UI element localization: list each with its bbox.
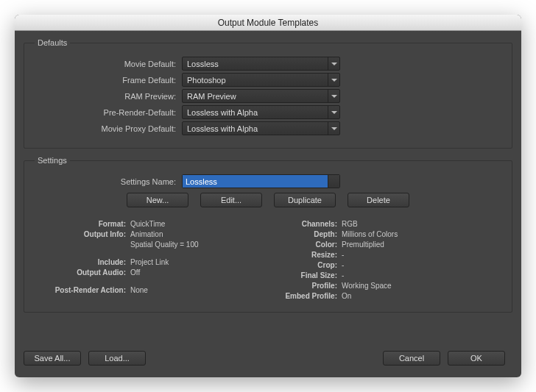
channels-value: RGB: [342, 219, 358, 229]
final-size-label: Final Size:: [275, 271, 342, 281]
profile-value: Working Space: [342, 281, 392, 291]
prerender-default-value: Lossless with Alpha: [187, 108, 328, 117]
format-label: Format:: [49, 219, 130, 229]
frame-default-dropdown[interactable]: Photoshop: [182, 73, 340, 87]
dialog-footer: Save All... Load... Cancel OK: [24, 348, 512, 370]
proxy-default-value: Lossless with Alpha: [187, 124, 328, 133]
prerender-default-label: Pre-Render-Default:: [35, 108, 182, 117]
include-label: Include:: [49, 257, 130, 268]
movie-default-value: Lossless: [187, 60, 328, 68]
chevron-down-icon: [328, 74, 339, 86]
spatial-label: [49, 240, 130, 250]
prerender-default-row: Pre-Render-Default: Lossless with Alpha: [35, 105, 501, 119]
load-button[interactable]: Load...: [88, 351, 146, 366]
movie-default-label: Movie Default:: [35, 60, 182, 68]
depth-label: Depth:: [275, 229, 342, 240]
ram-preview-row: RAM Preview: RAM Preview: [35, 89, 501, 103]
delete-button[interactable]: Delete: [348, 193, 409, 207]
chevron-down-icon: [328, 175, 339, 188]
channels-label: Channels:: [275, 219, 342, 229]
chevron-down-icon: [328, 57, 339, 70]
proxy-default-row: Movie Proxy Default: Lossless with Alpha: [35, 121, 501, 135]
embed-label: Embed Profile:: [275, 291, 342, 302]
audio-label: Output Audio:: [49, 268, 130, 278]
settings-name-value: Lossless: [183, 175, 328, 188]
window-title: Output Module Templates: [218, 18, 319, 28]
details-right-column: Channels:RGB Depth:Millions of Colors Co…: [275, 219, 487, 302]
settings-legend: Settings: [35, 156, 70, 165]
ram-preview-dropdown[interactable]: RAM Preview: [182, 89, 340, 103]
ram-preview-label: RAM Preview:: [35, 92, 182, 101]
new-button[interactable]: New...: [127, 193, 188, 207]
frame-default-row: Frame Default: Photoshop: [35, 73, 501, 87]
output-info-value: Animation: [130, 229, 163, 240]
proxy-default-label: Movie Proxy Default:: [35, 124, 182, 133]
dialog-window: Output Module Templates Defaults Movie D…: [15, 15, 521, 377]
color-value: Premultiplied: [342, 240, 384, 250]
format-value: QuickTime: [130, 219, 165, 229]
settings-name-label: Settings Name:: [35, 177, 182, 186]
chevron-down-icon: [328, 90, 339, 102]
edit-button[interactable]: Edit...: [200, 193, 262, 207]
details-left-column: Format:QuickTime Output Info:Animation S…: [49, 219, 261, 302]
save-all-button[interactable]: Save All...: [24, 351, 81, 366]
chevron-down-icon: [328, 106, 339, 118]
crop-label: Crop:: [275, 260, 342, 271]
frame-default-label: Frame Default:: [35, 76, 182, 85]
movie-default-dropdown[interactable]: Lossless: [182, 57, 340, 71]
defaults-group: Defaults Movie Default: Lossless Frame D…: [24, 38, 512, 149]
settings-details: Format:QuickTime Output Info:Animation S…: [35, 216, 501, 302]
dialog-content: Defaults Movie Default: Lossless Frame D…: [15, 31, 521, 377]
chevron-down-icon: [328, 122, 339, 135]
depth-value: Millions of Colors: [342, 229, 398, 240]
embed-value: On: [342, 291, 351, 302]
ok-button[interactable]: OK: [448, 351, 505, 366]
post-render-value: None: [130, 285, 148, 296]
resize-label: Resize:: [275, 250, 342, 260]
resize-value: -: [342, 250, 344, 260]
proxy-default-dropdown[interactable]: Lossless with Alpha: [182, 121, 340, 135]
duplicate-button[interactable]: Duplicate: [274, 193, 336, 207]
movie-default-row: Movie Default: Lossless: [35, 57, 501, 71]
settings-group: Settings Settings Name: Lossless New... …: [24, 156, 512, 313]
footer-spacer: [153, 351, 383, 366]
titlebar: Output Module Templates: [15, 15, 521, 31]
crop-value: -: [342, 260, 344, 271]
settings-name-input[interactable]: Lossless: [182, 174, 340, 188]
spatial-value: Spatial Quality = 100: [130, 240, 199, 250]
prerender-default-dropdown[interactable]: Lossless with Alpha: [182, 105, 340, 119]
include-value: Project Link: [130, 257, 169, 268]
final-size-value: -: [342, 271, 344, 281]
cancel-button[interactable]: Cancel: [383, 351, 440, 366]
color-label: Color:: [275, 240, 342, 250]
post-render-label: Post-Render Action:: [49, 285, 130, 296]
frame-default-value: Photoshop: [187, 76, 328, 85]
settings-name-row: Settings Name: Lossless: [35, 174, 501, 188]
audio-value: Off: [130, 268, 140, 278]
output-info-label: Output Info:: [49, 229, 130, 240]
defaults-legend: Defaults: [35, 38, 70, 47]
profile-label: Profile:: [275, 281, 342, 291]
ram-preview-value: RAM Preview: [187, 92, 328, 101]
settings-button-row: New... Edit... Duplicate Delete: [35, 193, 501, 207]
